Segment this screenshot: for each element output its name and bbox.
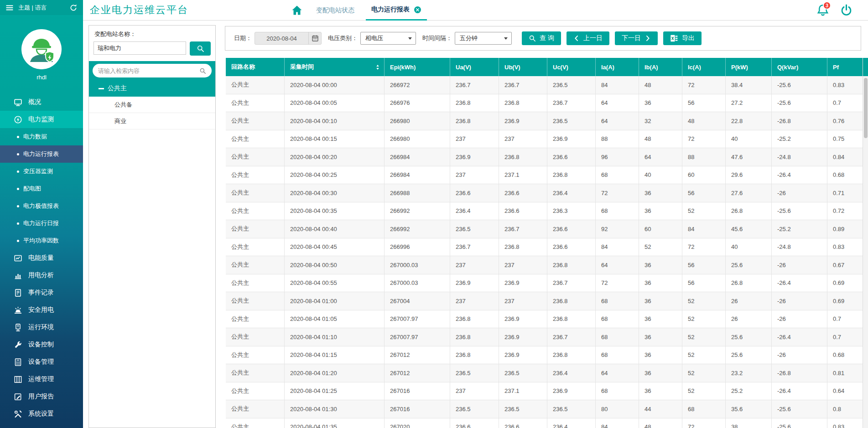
- column-header-ic[interactable]: Ic(A): [682, 58, 726, 76]
- station-search-button[interactable]: [190, 41, 211, 56]
- table-row[interactable]: 公共主2020-08-04 01:10267007.97236.8236.923…: [226, 328, 863, 346]
- tree-item-public-backup[interactable]: 公共备: [89, 97, 215, 113]
- table-row[interactable]: 公共主2020-08-04 00:25266984237237.1236.868…: [226, 166, 863, 185]
- sidebar-item-operating-environment[interactable]: 运行环境: [0, 319, 83, 336]
- column-header-ib[interactable]: Ib(A): [639, 58, 682, 76]
- cell-epi: 266980: [385, 130, 450, 149]
- prev-day-button[interactable]: 上一日: [567, 31, 609, 45]
- column-header-p[interactable]: P(kW): [726, 58, 772, 76]
- table-row[interactable]: 公共主2020-08-04 00:00266972236.7236.7236.5…: [226, 76, 863, 94]
- cell-p: 35.6: [726, 400, 772, 418]
- column-header-ua[interactable]: Ua(V): [450, 58, 499, 76]
- table-row[interactable]: 公共主2020-08-04 01:15267012236.8236.9236.8…: [226, 346, 863, 365]
- sidebar-item-system-settings[interactable]: 系统设置: [0, 405, 83, 423]
- table-row[interactable]: 公共主2020-08-04 01:25267016237237.1236.968…: [226, 382, 863, 401]
- sidebar-subitem-distribution-diagram[interactable]: 配电图: [0, 180, 83, 197]
- notifications-button[interactable]: 3: [816, 4, 830, 17]
- query-button[interactable]: 查 询: [522, 31, 561, 45]
- sidebar-item-power-quality[interactable]: 电能质量: [0, 249, 83, 267]
- tree-search-bar: [89, 61, 215, 80]
- sidebar-subitem-transformer-monitoring[interactable]: 变压器监测: [0, 163, 83, 180]
- next-day-button[interactable]: 下一日: [615, 31, 658, 45]
- cell-ia: 68: [596, 346, 639, 365]
- hamburger-icon[interactable]: [5, 4, 14, 12]
- sidebar-item-device-control[interactable]: 设备控制: [0, 336, 83, 353]
- sidebar-item-label: 概况: [28, 98, 41, 106]
- tree-item-public-main[interactable]: 公共主: [89, 80, 215, 97]
- column-header-ia[interactable]: Ia(A): [596, 58, 639, 76]
- sidebar-item-usage-analysis[interactable]: 用电分析: [0, 267, 83, 284]
- sidebar-item-event-log[interactable]: 事件记录: [0, 284, 83, 301]
- table-row[interactable]: 公共主2020-08-04 00:10266980236.8236.9236.5…: [226, 112, 863, 130]
- cell-uc: 236.8: [547, 292, 596, 310]
- refresh-icon[interactable]: [69, 4, 78, 12]
- column-header-epi[interactable]: Epi(kWh): [385, 58, 450, 76]
- cell-uc: 236.5: [547, 112, 596, 130]
- collapse-icon[interactable]: [99, 88, 104, 89]
- table-row[interactable]: 公共主2020-08-04 00:05266976236.8236.8236.7…: [226, 94, 863, 113]
- cell-q: -26.4: [772, 166, 827, 185]
- sidebar-subitem-power-data[interactable]: 电力数据: [0, 128, 83, 145]
- table-row[interactable]: 公共主2020-08-04 00:20266984236.9236.8236.6…: [226, 148, 863, 166]
- avatar[interactable]: [21, 29, 62, 69]
- sidebar-item-safe-electricity[interactable]: 安全用电: [0, 301, 83, 319]
- sidebar-subitem-power-extreme-report[interactable]: 电力极值报表: [0, 197, 83, 215]
- cell-uc: 236.4: [547, 184, 596, 202]
- table-row[interactable]: 公共主2020-08-04 01:30267016236.5236.5236.5…: [226, 400, 863, 418]
- vertical-scrollbar[interactable]: [863, 58, 868, 428]
- voltage-type-select[interactable]: 相电压: [360, 32, 416, 45]
- sidebar-item-overview[interactable]: 概况: [0, 93, 83, 111]
- sidebar-item-om-management[interactable]: 运维管理: [0, 371, 83, 388]
- page-title: 企业电力运维云平台: [90, 0, 188, 20]
- cell-ic: 84: [682, 220, 726, 238]
- table-row[interactable]: 公共主2020-08-04 00:30266988236.6236.6236.4…: [226, 184, 863, 202]
- sidebar-subitem-power-operation-report[interactable]: 电力运行报表: [0, 145, 83, 163]
- table-row[interactable]: 公共主2020-08-04 00:40266992236.5236.7236.6…: [226, 220, 863, 238]
- interval-select[interactable]: 五分钟: [455, 32, 512, 45]
- tab-power-operation-report[interactable]: 电力运行报表: [366, 0, 427, 21]
- tree-item-label: 商业: [114, 117, 126, 125]
- column-header-pf[interactable]: Pf: [827, 58, 863, 76]
- column-header-q[interactable]: Q(kVar): [772, 58, 827, 76]
- sidebar-item-device-management[interactable]: 设备管理: [0, 353, 83, 371]
- home-icon[interactable]: [291, 5, 303, 16]
- cell-ia: 92: [596, 220, 639, 238]
- search-icon: [529, 35, 536, 42]
- column-header-ub[interactable]: Ub(V): [499, 58, 547, 76]
- table-row[interactable]: 公共主2020-08-04 00:15266980237237236.98848…: [226, 130, 863, 149]
- column-header-uc[interactable]: Uc(V): [547, 58, 596, 76]
- column-header-circuit-name[interactable]: 回路名称: [226, 58, 285, 76]
- table-row[interactable]: 公共主2020-08-04 00:45266996236.7236.8236.6…: [226, 238, 863, 257]
- cell-epi: 267016: [385, 382, 450, 401]
- scrollbar-thumb[interactable]: [864, 78, 868, 138]
- table-row[interactable]: 公共主2020-08-04 00:50267000.03237237236.86…: [226, 256, 863, 274]
- station-name-input[interactable]: [94, 41, 186, 55]
- export-button[interactable]: 导出: [663, 31, 702, 45]
- cell-q: -26: [772, 256, 827, 274]
- table-row[interactable]: 公共主2020-08-04 00:55267000.03236.9236.923…: [226, 274, 863, 293]
- cell-circuit-name: 公共主: [226, 166, 285, 185]
- date-picker[interactable]: 2020-08-04: [255, 32, 322, 45]
- tab-substation-status[interactable]: 变配电站状态: [316, 0, 354, 20]
- table-row[interactable]: 公共主2020-08-04 01:00267004237237236.86836…: [226, 292, 863, 310]
- cell-circuit-name: 公共主: [226, 202, 285, 221]
- theme-language-switcher[interactable]: 主题 | 语言: [18, 4, 69, 12]
- logout-button[interactable]: [840, 4, 852, 16]
- sidebar-subitem-average-power-factor[interactable]: 平均功率因数: [0, 232, 83, 249]
- table-row[interactable]: 公共主2020-08-04 00:35266992236.4236.6236.3…: [226, 202, 863, 221]
- close-circle-icon[interactable]: [414, 6, 421, 14]
- cell-ic: 68: [682, 400, 726, 418]
- tree-item-commercial[interactable]: 商业: [89, 113, 215, 129]
- column-header-collect-time[interactable]: 采集时间: [285, 58, 385, 76]
- table-row[interactable]: 公共主2020-08-04 01:35267020236.6236.6236.4…: [226, 418, 863, 428]
- table-row[interactable]: 公共主2020-08-04 01:20267012236.5236.5236.4…: [226, 364, 863, 382]
- sort-icon[interactable]: [376, 64, 379, 70]
- cell-pf: 0.72: [827, 202, 863, 221]
- sidebar-item-power-monitoring[interactable]: 电力监测: [0, 111, 83, 128]
- sidebar-subitem-power-daily-report[interactable]: 电力运行日报: [0, 215, 83, 232]
- cell-ic: 48: [682, 112, 726, 130]
- table-row[interactable]: 公共主2020-08-04 01:05267007.97236.8236.923…: [226, 310, 863, 329]
- cell-ua: 237: [450, 382, 499, 401]
- tree-search-input[interactable]: [98, 67, 199, 74]
- sidebar-item-user-report[interactable]: 用户报告: [0, 388, 83, 405]
